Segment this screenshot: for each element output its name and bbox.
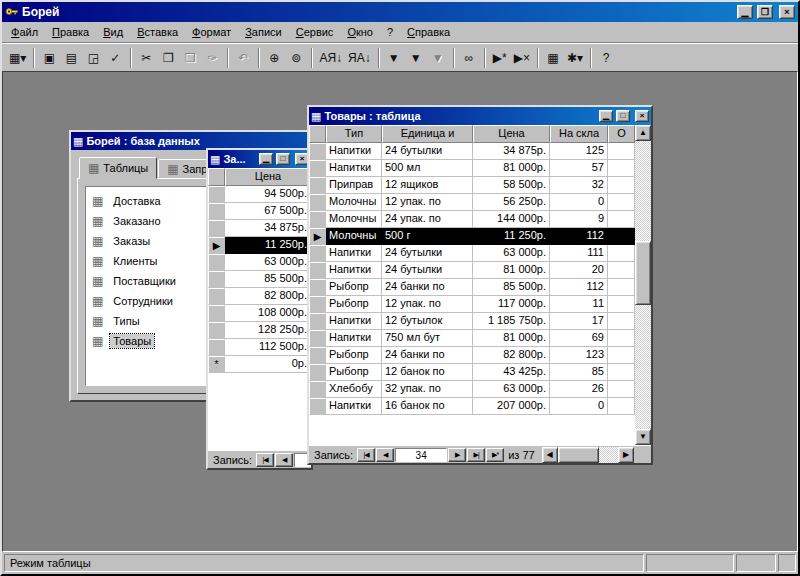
- price-cell[interactable]: 117 000р.: [473, 296, 550, 313]
- extra-cell[interactable]: [608, 160, 635, 177]
- unit-cell[interactable]: 500 г: [382, 228, 473, 245]
- title-bar[interactable]: Борей ▁ ❐ ×: [2, 2, 798, 22]
- price-cell[interactable]: 144 000р.: [473, 211, 550, 228]
- horizontal-scrollbar[interactable]: ◀ ▶: [542, 447, 634, 463]
- query-row[interactable]: 128 250р.: [208, 322, 311, 339]
- price-cell[interactable]: 94 500р.: [225, 186, 311, 203]
- print-preview-button[interactable]: ◲: [82, 47, 104, 69]
- row-selector[interactable]: [309, 364, 326, 381]
- extra-cell[interactable]: [608, 143, 635, 160]
- previous-record-button[interactable]: ◀: [376, 448, 394, 462]
- column-header-stock[interactable]: На скла: [550, 125, 608, 143]
- horizontal-scroll-track[interactable]: [599, 447, 618, 463]
- extra-cell[interactable]: [608, 381, 635, 398]
- vertical-scroll-track[interactable]: [635, 141, 651, 241]
- scroll-left-button[interactable]: ◀: [542, 447, 558, 463]
- undo-button[interactable]: ↶: [232, 47, 254, 69]
- stock-cell[interactable]: 85: [550, 364, 608, 381]
- price-cell[interactable]: 81 000р.: [473, 262, 550, 279]
- unit-cell[interactable]: 16 банок по: [382, 398, 473, 415]
- table-row[interactable]: ▶ Молочны 500 г 11 250р. 112: [309, 228, 635, 245]
- spelling-button[interactable]: ✓: [104, 47, 126, 69]
- row-selector[interactable]: ▶: [309, 228, 326, 245]
- price-cell[interactable]: 112 500р.: [225, 339, 311, 356]
- query-row[interactable]: 63 000р.: [208, 254, 311, 271]
- row-selector[interactable]: [309, 177, 326, 194]
- unit-cell[interactable]: 32 упак. по: [382, 381, 473, 398]
- row-selector[interactable]: [208, 220, 225, 237]
- type-cell[interactable]: Напитки: [326, 262, 382, 279]
- scroll-down-button[interactable]: ▼: [635, 429, 651, 445]
- stock-cell[interactable]: 123: [550, 347, 608, 364]
- extra-cell[interactable]: [608, 347, 635, 364]
- stock-cell[interactable]: 32: [550, 177, 608, 194]
- cut-button[interactable]: ✂: [135, 47, 157, 69]
- sort-descending-button[interactable]: ЯА↓: [345, 47, 374, 69]
- row-selector[interactable]: [309, 194, 326, 211]
- scroll-right-button[interactable]: ▶: [618, 447, 634, 463]
- menu-help[interactable]: Справка: [400, 23, 457, 41]
- menu-window[interactable]: Окно: [340, 23, 380, 41]
- paste-button[interactable]: ❒: [179, 47, 201, 69]
- price-cell[interactable]: 43 425р.: [473, 364, 550, 381]
- unit-cell[interactable]: 24 бутылки: [382, 262, 473, 279]
- extra-cell[interactable]: [608, 177, 635, 194]
- maximize-button[interactable]: □: [276, 153, 290, 165]
- unit-cell[interactable]: 750 мл бут: [382, 330, 473, 347]
- stock-cell[interactable]: 69: [550, 330, 608, 347]
- minimize-button[interactable]: ▁: [259, 153, 273, 165]
- table-row[interactable]: Рыбопр 24 банки по 82 800р. 123: [309, 347, 635, 364]
- web-toolbar-button[interactable]: ⊚: [285, 47, 307, 69]
- type-cell[interactable]: Напитки: [326, 330, 382, 347]
- select-all-corner[interactable]: [309, 125, 326, 143]
- price-cell[interactable]: 108 000р.: [225, 305, 311, 322]
- price-cell[interactable]: 56 250р.: [473, 194, 550, 211]
- row-selector[interactable]: [309, 143, 326, 160]
- stock-cell[interactable]: 0: [550, 398, 608, 415]
- row-selector[interactable]: [309, 160, 326, 177]
- unit-cell[interactable]: 24 банки по: [382, 279, 473, 296]
- row-selector[interactable]: [208, 339, 225, 356]
- record-number-input[interactable]: 34: [395, 448, 447, 462]
- type-cell[interactable]: Молочны: [326, 194, 382, 211]
- extra-cell[interactable]: [608, 313, 635, 330]
- type-cell[interactable]: Рыбопр: [326, 279, 382, 296]
- stock-cell[interactable]: 17: [550, 313, 608, 330]
- row-selector[interactable]: [208, 271, 225, 288]
- products-window-titlebar[interactable]: ▦ Товары : таблица ▁ □ ×: [309, 107, 651, 125]
- type-cell[interactable]: Молочны: [326, 228, 382, 245]
- find-button[interactable]: ∞: [458, 47, 480, 69]
- next-record-button[interactable]: ▶: [448, 448, 466, 462]
- apply-filter-button[interactable]: ▼: [427, 47, 449, 69]
- price-cell[interactable]: 67 500р.: [225, 203, 311, 220]
- sort-ascending-button[interactable]: АЯ↓: [316, 47, 345, 69]
- unit-cell[interactable]: 12 ящиков: [382, 177, 473, 194]
- type-cell[interactable]: Рыбопр: [326, 347, 382, 364]
- stock-cell[interactable]: 20: [550, 262, 608, 279]
- unit-cell[interactable]: 12 бутылок: [382, 313, 473, 330]
- table-row[interactable]: Хлебобу 32 упак. по 63 000р. 26: [309, 381, 635, 398]
- menu-insert[interactable]: Вставка: [130, 23, 185, 41]
- type-cell[interactable]: Напитки: [326, 143, 382, 160]
- minimize-button[interactable]: ▁: [737, 5, 753, 19]
- extra-cell[interactable]: [608, 194, 635, 211]
- menu-service[interactable]: Сервис: [289, 23, 341, 41]
- table-row[interactable]: Напитки 24 бутылки 63 000р. 111: [309, 245, 635, 262]
- extra-cell[interactable]: [608, 296, 635, 313]
- price-cell[interactable]: 11 250р.: [225, 237, 311, 254]
- query-row[interactable]: 112 500р.: [208, 339, 311, 356]
- row-selector[interactable]: [309, 211, 326, 228]
- select-all-corner[interactable]: [208, 168, 225, 186]
- stock-cell[interactable]: 9: [550, 211, 608, 228]
- row-selector[interactable]: *: [208, 356, 225, 373]
- query-row[interactable]: ▶ 11 250р.: [208, 237, 311, 254]
- table-row[interactable]: Напитки 750 мл бут 81 000р. 69: [309, 330, 635, 347]
- delete-record-button[interactable]: ▶×: [511, 47, 533, 69]
- filter-by-selection-button[interactable]: ▼: [383, 47, 405, 69]
- row-selector[interactable]: ▶: [208, 237, 225, 254]
- table-row[interactable]: Приправ 12 ящиков 58 500р. 32: [309, 177, 635, 194]
- type-cell[interactable]: Молочны: [326, 211, 382, 228]
- price-cell[interactable]: 63 000р.: [473, 245, 550, 262]
- vertical-scroll-track[interactable]: [635, 305, 651, 429]
- format-painter-button[interactable]: ✑: [201, 47, 223, 69]
